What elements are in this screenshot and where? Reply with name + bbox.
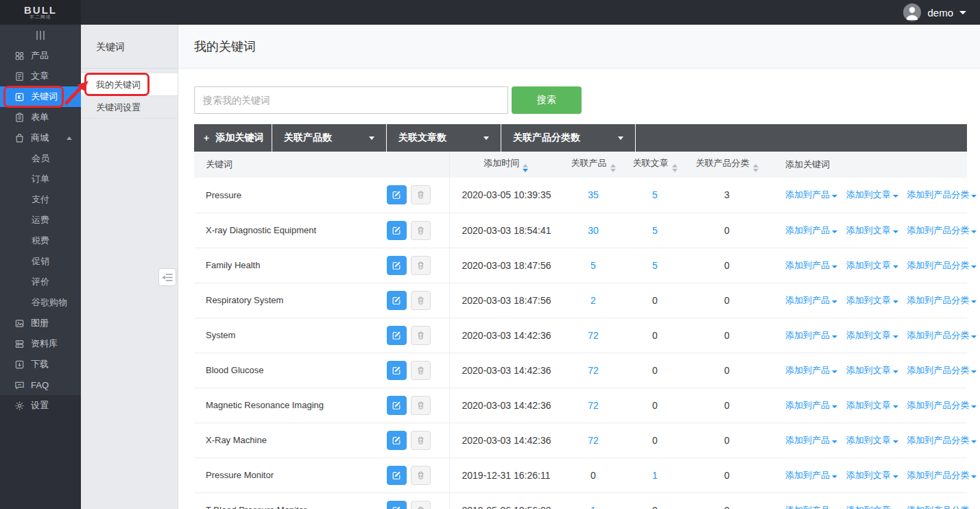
add-to-product-link[interactable]: 添加到产品 xyxy=(785,435,837,445)
add-to-product-link[interactable]: 添加到产品 xyxy=(785,189,837,200)
delete-button[interactable] xyxy=(411,431,431,450)
add-to-product-link[interactable]: 添加到产品 xyxy=(785,505,837,509)
sort-icons[interactable] xyxy=(753,164,758,172)
edit-button[interactable] xyxy=(387,291,407,310)
sort-icons[interactable] xyxy=(610,164,616,172)
sidebar-item-albums[interactable]: 图册 xyxy=(0,313,81,333)
edit-button[interactable] xyxy=(387,501,407,509)
filter-related-categories-dropdown[interactable]: 关联产品分类数 xyxy=(501,124,636,152)
add-to-article-link[interactable]: 添加到文章 xyxy=(846,330,898,340)
user-menu[interactable]: demo xyxy=(903,3,980,21)
sidebar-item-orders[interactable]: 订单 xyxy=(0,169,81,189)
edit-button[interactable] xyxy=(387,326,407,345)
related-articles-count[interactable]: 5 xyxy=(652,260,658,271)
add-to-category-link[interactable]: 添加到产品分类 xyxy=(907,225,977,235)
add-to-article-link[interactable]: 添加到文章 xyxy=(846,435,898,445)
related-products-count[interactable]: 2 xyxy=(590,295,596,306)
related-articles-count[interactable]: 5 xyxy=(652,225,658,236)
add-keyword-button[interactable]: 添加关键词 xyxy=(194,124,272,152)
add-to-article-link[interactable]: 添加到文章 xyxy=(846,260,898,270)
sidebar-item-forms[interactable]: 表单 xyxy=(0,107,81,128)
sidebar-item-mall[interactable]: 商城 xyxy=(0,128,81,148)
filter-related-products-dropdown[interactable]: 关联产品数 xyxy=(272,124,387,152)
delete-button[interactable] xyxy=(411,361,431,380)
add-to-category-link[interactable]: 添加到产品分类 xyxy=(907,295,977,305)
subnav-item-my-keywords[interactable]: 我的关键词 xyxy=(81,73,178,96)
delete-button[interactable] xyxy=(411,396,431,415)
collapse-sidebar-button[interactable] xyxy=(0,25,81,45)
related-products-count[interactable]: 1 xyxy=(590,505,596,509)
add-to-category-link[interactable]: 添加到产品分类 xyxy=(907,470,977,480)
edit-button[interactable] xyxy=(387,256,407,275)
delete-button[interactable] xyxy=(411,291,431,310)
edit-button[interactable] xyxy=(387,396,407,415)
subnav-item-keyword-settings[interactable]: 关键词设置 xyxy=(81,96,178,119)
sidebar-item-google-shopping[interactable]: 谷歌购物 xyxy=(0,292,81,313)
add-to-category-link[interactable]: 添加到产品分类 xyxy=(907,189,977,200)
add-to-category-link[interactable]: 添加到产品分类 xyxy=(907,330,977,340)
edit-button[interactable] xyxy=(387,361,407,380)
sort-icons[interactable] xyxy=(523,164,528,172)
delete-button[interactable] xyxy=(411,326,431,345)
add-to-category-link[interactable]: 添加到产品分类 xyxy=(907,400,977,410)
add-to-article-link[interactable]: 添加到文章 xyxy=(846,365,898,375)
add-to-article-link[interactable]: 添加到文章 xyxy=(846,505,898,509)
sidebar-item-library[interactable]: 资料库 xyxy=(0,333,81,354)
header-added-time[interactable]: 添加时间 xyxy=(449,152,562,178)
related-articles-count[interactable]: 0 xyxy=(652,365,658,376)
related-articles-count[interactable]: 1 xyxy=(652,470,658,481)
header-related-products[interactable]: 关联产品 xyxy=(562,152,624,178)
sidebar-item-downloads[interactable]: 下载 xyxy=(0,354,81,375)
header-related-articles[interactable]: 关联文章 xyxy=(624,152,686,178)
logo[interactable]: BULL 不二网络 xyxy=(0,0,81,25)
sidebar-item-reviews[interactable]: 评价 xyxy=(0,272,81,292)
related-articles-count[interactable]: 0 xyxy=(652,295,658,306)
edit-button[interactable] xyxy=(387,466,407,485)
add-to-category-link[interactable]: 添加到产品分类 xyxy=(907,365,977,375)
add-to-product-link[interactable]: 添加到产品 xyxy=(785,330,837,340)
edit-button[interactable] xyxy=(387,431,407,450)
sidebar-item-promotion[interactable]: 促销 xyxy=(0,251,81,272)
related-articles-count[interactable]: 5 xyxy=(652,189,658,200)
related-products-count[interactable]: 0 xyxy=(590,470,596,481)
related-articles-count[interactable]: 0 xyxy=(652,435,658,446)
add-to-article-link[interactable]: 添加到文章 xyxy=(846,470,898,480)
related-articles-count[interactable]: 0 xyxy=(652,505,658,509)
search-input[interactable] xyxy=(194,86,508,114)
sidebar-item-settings[interactable]: 设置 xyxy=(0,395,81,416)
sidebar-item-articles[interactable]: 文章 xyxy=(0,66,81,86)
search-button[interactable]: 搜索 xyxy=(512,86,582,114)
related-products-count[interactable]: 72 xyxy=(588,435,599,446)
related-products-count[interactable]: 35 xyxy=(588,189,599,200)
add-to-product-link[interactable]: 添加到产品 xyxy=(785,295,837,305)
add-to-article-link[interactable]: 添加到文章 xyxy=(846,295,898,305)
related-products-count[interactable]: 72 xyxy=(588,400,599,411)
add-to-category-link[interactable]: 添加到产品分类 xyxy=(907,435,977,445)
related-products-count[interactable]: 5 xyxy=(590,260,596,271)
related-articles-count[interactable]: 0 xyxy=(652,400,658,411)
header-related-categories[interactable]: 关联产品分类 xyxy=(686,152,768,178)
related-products-count[interactable]: 30 xyxy=(588,225,599,236)
add-to-product-link[interactable]: 添加到产品 xyxy=(785,400,837,410)
delete-button[interactable] xyxy=(411,185,431,204)
sidebar-item-members[interactable]: 会员 xyxy=(0,148,81,169)
delete-button[interactable] xyxy=(411,466,431,485)
delete-button[interactable] xyxy=(411,501,431,509)
sidebar-item-products[interactable]: 产品 xyxy=(0,45,81,66)
add-to-product-link[interactable]: 添加到产品 xyxy=(785,260,837,270)
related-products-count[interactable]: 72 xyxy=(588,365,599,376)
add-to-category-link[interactable]: 添加到产品分类 xyxy=(907,505,977,509)
filter-related-articles-dropdown[interactable]: 关联文章数 xyxy=(387,124,501,152)
sort-icons[interactable] xyxy=(672,164,678,172)
sidebar-item-tax[interactable]: 税费 xyxy=(0,230,81,251)
sidebar-item-keywords[interactable]: 关键词 xyxy=(0,86,81,107)
edit-button[interactable] xyxy=(387,185,407,204)
add-to-category-link[interactable]: 添加到产品分类 xyxy=(907,260,977,270)
add-to-product-link[interactable]: 添加到产品 xyxy=(785,225,837,235)
delete-button[interactable] xyxy=(411,221,431,240)
add-to-article-link[interactable]: 添加到文章 xyxy=(846,225,898,235)
related-products-count[interactable]: 72 xyxy=(588,330,599,341)
add-to-article-link[interactable]: 添加到文章 xyxy=(846,400,898,410)
delete-button[interactable] xyxy=(411,256,431,275)
edit-button[interactable] xyxy=(387,221,407,240)
